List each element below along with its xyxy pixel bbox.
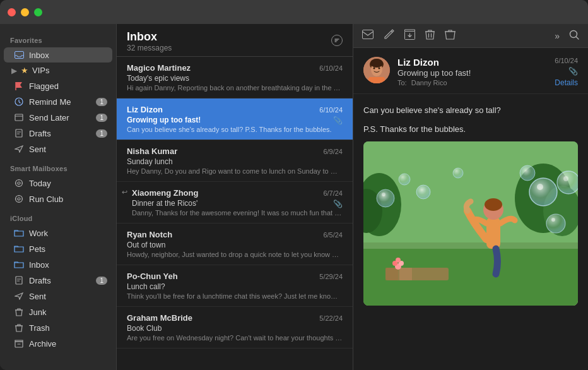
message-sender: Magico Martinez bbox=[127, 63, 191, 73]
sidebar-item-junk[interactable]: Junk bbox=[4, 304, 112, 319]
svg-point-27 bbox=[373, 68, 375, 69]
run-club-gear-icon bbox=[14, 194, 24, 204]
smart-mailboxes-label: Smart Mailboxes bbox=[0, 157, 116, 175]
svg-rect-11 bbox=[16, 277, 22, 284]
sidebar-item-run-club-label: Run Club bbox=[29, 194, 107, 204]
mail-window: Favorites Inbox ▶ ★ VIPs bbox=[0, 0, 588, 370]
sidebar-item-trash-label: Trash bbox=[29, 323, 107, 333]
sidebar-item-vips[interactable]: ▶ ★ VIPs bbox=[4, 63, 112, 78]
svg-rect-4 bbox=[16, 129, 22, 137]
close-button[interactable] bbox=[8, 8, 16, 16]
svg-rect-20 bbox=[445, 32, 455, 39]
minimize-button[interactable] bbox=[21, 8, 29, 16]
sidebar-item-remind-me-label: Remind Me bbox=[29, 97, 91, 107]
sidebar-item-trash[interactable]: Trash bbox=[4, 320, 112, 335]
sidebar-item-remind-me[interactable]: Remind Me 1 bbox=[4, 94, 112, 109]
sidebar-item-inbox-label: Inbox bbox=[29, 51, 107, 60]
svg-point-50 bbox=[537, 184, 543, 190]
sidebar-item-pets[interactable]: Pets bbox=[4, 241, 112, 256]
detail-sender-name: Liz Dizon bbox=[397, 57, 547, 68]
message-preview: Are you free on Wednesday night? Can't w… bbox=[127, 334, 343, 342]
svg-point-43 bbox=[546, 214, 565, 233]
sidebar-item-sent-label: Sent bbox=[29, 145, 107, 154]
message-item[interactable]: Magico Martinez 6/10/24 Today's epic vie… bbox=[117, 57, 353, 98]
archive-button[interactable] bbox=[404, 29, 415, 42]
sidebar-item-sent[interactable]: Sent bbox=[4, 141, 112, 157]
flag-icon bbox=[14, 81, 24, 91]
svg-rect-26 bbox=[368, 77, 385, 83]
message-item[interactable]: Ryan Notch 6/5/24 Out of town Howdy, nei… bbox=[117, 224, 353, 265]
sidebar-item-archive-label: Archive bbox=[29, 339, 107, 349]
sidebar-item-archive[interactable]: Archive bbox=[4, 336, 112, 351]
delete-button[interactable] bbox=[425, 29, 435, 42]
attachment-paperclip: 📎 bbox=[568, 67, 578, 76]
to-recipient: Danny Rico bbox=[411, 79, 447, 87]
detail-subject: Growing up too fast! bbox=[397, 68, 547, 78]
cloud-drafts-badge: 1 bbox=[96, 277, 107, 285]
message-preview: Hey Danny, Do you and Rigo want to come … bbox=[127, 167, 343, 175]
svg-point-25 bbox=[370, 59, 383, 68]
more-button[interactable]: » bbox=[555, 31, 559, 41]
svg-point-9 bbox=[16, 196, 23, 203]
sidebar-item-cloud-inbox-label: Inbox bbox=[29, 260, 107, 270]
svg-point-49 bbox=[453, 168, 463, 178]
message-list: Inbox 32 messages Magico Martinez 6/10/2… bbox=[117, 24, 353, 370]
sidebar-item-today[interactable]: Today bbox=[4, 176, 112, 191]
sidebar-item-pets-label: Pets bbox=[29, 244, 107, 254]
expand-icon: ▶ bbox=[11, 66, 17, 75]
sidebar-item-drafts-label: Drafts bbox=[29, 129, 91, 138]
sidebar-item-work[interactable]: Work bbox=[4, 225, 112, 241]
drafts-badge: 1 bbox=[96, 129, 107, 138]
sidebar-item-send-later[interactable]: Send Later 1 bbox=[4, 110, 112, 125]
inbox-icon bbox=[14, 50, 24, 60]
detail-date: 6/10/24 bbox=[555, 57, 578, 64]
attachment-indicator: 📎 bbox=[333, 116, 343, 125]
message-date: 6/9/24 bbox=[323, 148, 343, 155]
message-date: 5/29/24 bbox=[319, 273, 343, 280]
message-date: 6/10/24 bbox=[319, 106, 343, 114]
sidebar-item-flagged-label: Flagged bbox=[29, 81, 107, 91]
svg-point-8 bbox=[18, 182, 20, 184]
search-button[interactable] bbox=[569, 30, 579, 42]
favorites-label: Favorites bbox=[0, 29, 116, 47]
details-link[interactable]: Details bbox=[555, 78, 578, 87]
sort-icon[interactable] bbox=[331, 35, 343, 49]
sidebar-item-cloud-drafts[interactable]: Drafts 1 bbox=[4, 273, 112, 288]
body-line-1: Can you believe she's already so tall? bbox=[363, 104, 578, 117]
message-item[interactable]: Po-Chun Yeh 5/29/24 Lunch call? Think yo… bbox=[117, 265, 353, 307]
sidebar-item-today-label: Today bbox=[29, 179, 107, 188]
svg-point-47 bbox=[399, 174, 410, 185]
sidebar-item-cloud-inbox[interactable]: Inbox bbox=[4, 257, 112, 272]
messages-scroll[interactable]: Magico Martinez 6/10/24 Today's epic vie… bbox=[117, 57, 353, 370]
svg-point-57 bbox=[396, 258, 401, 263]
pets-folder-icon bbox=[14, 244, 24, 254]
message-preview: Danny, Thanks for the awesome evening! I… bbox=[132, 209, 343, 217]
app-content: Favorites Inbox ▶ ★ VIPs bbox=[0, 24, 588, 370]
sidebar-item-run-club[interactable]: Run Club bbox=[4, 191, 112, 206]
sidebar-item-inbox[interactable]: Inbox bbox=[4, 47, 112, 63]
archive-icon bbox=[14, 338, 24, 349]
message-preview: Can you believe she's already so tall? P… bbox=[127, 126, 343, 133]
message-item[interactable]: ↩ Xiaomeng Zhong 6/7/24 Dinner at the Ri… bbox=[117, 182, 353, 224]
star-icon: ★ bbox=[21, 66, 28, 75]
detail-to: To: Danny Rico bbox=[397, 79, 547, 87]
svg-rect-38 bbox=[399, 268, 412, 280]
maximize-button[interactable] bbox=[34, 8, 42, 16]
svg-rect-16 bbox=[363, 30, 373, 39]
junk-button[interactable] bbox=[445, 29, 456, 42]
junk-icon bbox=[14, 307, 24, 317]
svg-point-48 bbox=[416, 185, 430, 199]
sidebar-item-cloud-sent[interactable]: Sent bbox=[4, 289, 112, 304]
message-date: 6/7/24 bbox=[323, 189, 343, 197]
message-date: 6/5/24 bbox=[323, 231, 343, 239]
message-item[interactable]: Nisha Kumar 6/9/24 Sunday lunch Hey Dann… bbox=[117, 140, 353, 182]
sidebar: Favorites Inbox ▶ ★ VIPs bbox=[0, 24, 117, 370]
svg-point-44 bbox=[520, 165, 535, 181]
message-item[interactable]: Graham McBride 5/22/24 Book Club Are you… bbox=[117, 307, 353, 349]
sidebar-item-flagged[interactable]: Flagged bbox=[4, 78, 112, 93]
message-item[interactable]: Liz Dizon 6/10/24 Growing up too fast! C… bbox=[117, 98, 353, 140]
compose-button[interactable] bbox=[384, 29, 394, 42]
to-label: To: bbox=[397, 79, 407, 87]
sidebar-item-drafts[interactable]: Drafts 1 bbox=[4, 126, 112, 141]
new-message-button[interactable] bbox=[362, 30, 373, 42]
